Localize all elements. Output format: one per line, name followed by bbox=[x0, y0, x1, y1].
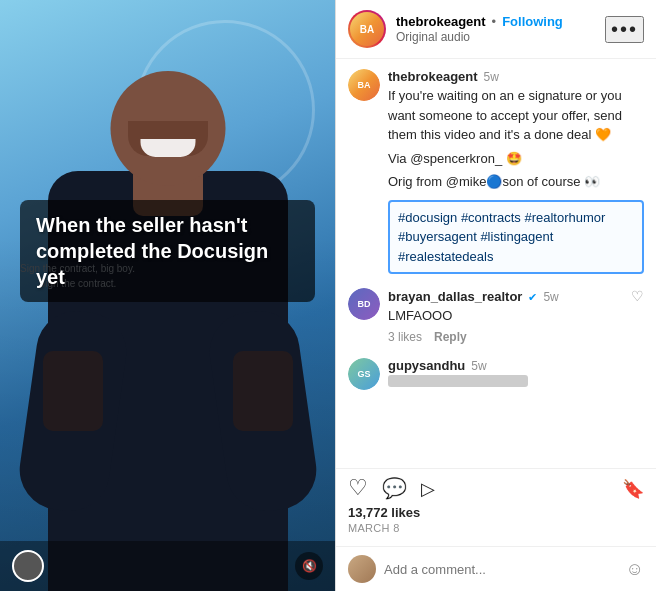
more-options-button[interactable]: ••• bbox=[605, 16, 644, 43]
following-button[interactable]: Following bbox=[502, 14, 563, 29]
header-subtitle: Original audio bbox=[396, 30, 605, 44]
brayan-comment-text: LMFAOOO bbox=[388, 306, 644, 326]
comment-gupy: GS gupysandhu 5w bbox=[348, 358, 644, 390]
share-button[interactable]: ▷ bbox=[421, 477, 435, 499]
brayan-comment-time: 5w bbox=[543, 290, 558, 304]
gupy-comment-body: gupysandhu 5w bbox=[388, 358, 644, 390]
video-overlay: When the seller hasn't completed the Doc… bbox=[20, 200, 315, 302]
hashtag-box: #docusign #contracts #realtorhumor #buye… bbox=[388, 200, 644, 275]
gupy-comment-time: 5w bbox=[471, 359, 486, 373]
brayan-avatar: BD bbox=[348, 288, 380, 320]
current-user-avatar bbox=[348, 555, 376, 583]
post-header: BA thebrokeagent • Following Original au… bbox=[336, 0, 656, 59]
verified-badge: ✔ bbox=[528, 291, 537, 304]
gupy-avatar: GS bbox=[348, 358, 380, 390]
post-comment-text: If you're waiting on an e signature or y… bbox=[388, 86, 644, 145]
post-date: March 8 bbox=[348, 522, 644, 534]
video-bottom-bar: 🔇 bbox=[0, 541, 335, 591]
like-button[interactable]: ♡ bbox=[348, 477, 368, 499]
brayan-heart-button[interactable]: ♡ bbox=[631, 288, 644, 304]
header-dot: • bbox=[492, 14, 497, 29]
emoji-button[interactable]: ☺ bbox=[626, 559, 644, 580]
post-author-avatar: BA bbox=[348, 69, 380, 101]
heart-icon: ♡ bbox=[348, 475, 368, 500]
header-username: thebrokeagent bbox=[396, 14, 486, 29]
gupy-username: gupysandhu bbox=[388, 358, 465, 373]
post-author-username: thebrokeagent bbox=[388, 69, 478, 84]
comment-button[interactable]: 💬 bbox=[382, 477, 407, 499]
bookmark-icon: 🔖 bbox=[622, 479, 644, 499]
video-user-avatar bbox=[12, 550, 44, 582]
actions-bar: ♡ 💬 ▷ 🔖 13,772 likes March 8 bbox=[336, 468, 656, 546]
comments-area: BA thebrokeagent 5w If you're waiting on… bbox=[336, 59, 656, 468]
video-panel: Sign the contract, big boy. Sign the con… bbox=[0, 0, 335, 591]
volume-icon[interactable]: 🔇 bbox=[295, 552, 323, 580]
comment-input[interactable] bbox=[384, 562, 626, 577]
post-comment-via: Via @spencerkron_ 🤩 bbox=[388, 149, 644, 169]
comment-icon: 💬 bbox=[382, 477, 407, 499]
right-panel: BA thebrokeagent • Following Original au… bbox=[335, 0, 656, 591]
video-overlay-text: When the seller hasn't completed the Doc… bbox=[36, 212, 299, 290]
brayan-reply-button[interactable]: Reply bbox=[434, 330, 467, 344]
share-icon: ▷ bbox=[421, 479, 435, 499]
likes-summary: 13,772 likes bbox=[348, 505, 644, 520]
emoji-icon: ☺ bbox=[626, 559, 644, 579]
header-info: thebrokeagent • Following Original audio bbox=[396, 14, 605, 44]
post-comment-body: thebrokeagent 5w If you're waiting on an… bbox=[388, 69, 644, 274]
comment-brayan: BD brayan_dallas_realtor ✔ 5w ♡ LMFAOOO … bbox=[348, 288, 644, 344]
hashtags-text: #docusign #contracts #realtorhumor #buye… bbox=[398, 208, 634, 267]
main-post-comment: BA thebrokeagent 5w If you're waiting on… bbox=[348, 69, 644, 274]
post-comment-orig: Orig from @mike🔵son of course 👀 bbox=[388, 172, 644, 192]
header-avatar: BA bbox=[348, 10, 386, 48]
gupy-comment-text bbox=[388, 375, 528, 387]
post-comment-time: 5w bbox=[484, 70, 499, 84]
add-comment-bar: ☺ bbox=[336, 546, 656, 591]
brayan-comment-actions: 3 likes Reply bbox=[388, 330, 644, 344]
brayan-username: brayan_dallas_realtor bbox=[388, 289, 522, 304]
bookmark-button[interactable]: 🔖 bbox=[622, 477, 644, 499]
brayan-likes-count: 3 likes bbox=[388, 330, 422, 344]
brayan-comment-body: brayan_dallas_realtor ✔ 5w ♡ LMFAOOO 3 l… bbox=[388, 288, 644, 344]
action-icons-row: ♡ 💬 ▷ 🔖 bbox=[348, 477, 644, 499]
